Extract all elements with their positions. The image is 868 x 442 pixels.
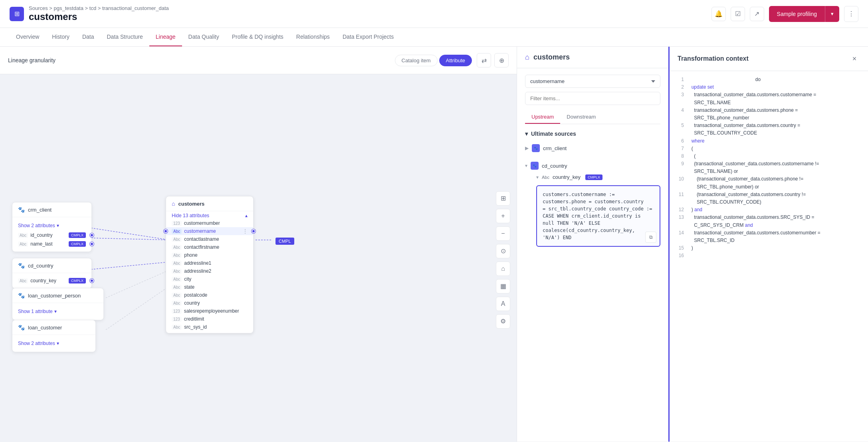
filter-items-input[interactable] [525, 92, 660, 105]
zoom-in-button[interactable]: + [496, 209, 510, 223]
loan-customer-show-attrs[interactable]: Show 2 attributes ▾ [12, 338, 95, 349]
code-line-12: 12 ) and [674, 206, 863, 214]
expand-icon-button[interactable]: ⊕ [494, 53, 509, 67]
checkbox-button[interactable]: ☑ [731, 7, 745, 21]
source-crm-client-item[interactable]: ▶ 🐾 crm_client [525, 142, 660, 155]
line-number: 12 [674, 206, 684, 214]
detail-panel: ⌂ customers customername Upstream Downst… [517, 47, 668, 442]
detail-panel-body: customername Upstream Downstream ▾ Ultim… [517, 68, 668, 442]
show-attrs-label: Show 1 attribute [18, 309, 53, 314]
crm-client-source-label: crm_client [543, 145, 567, 151]
abc-type-badge: Abc [542, 175, 549, 180]
breadcrumb: Sources > pgs_testdata > tcd > transacti… [29, 5, 169, 11]
sample-profiling-button[interactable]: Sample profiling [769, 6, 825, 22]
loan-customer-header: 🐾 loan_customer [12, 320, 95, 335]
zoom-fit-button[interactable]: ⊙ [496, 244, 510, 258]
type-badge: 123 [172, 309, 182, 314]
tab-data-export[interactable]: Data Export Projects [336, 28, 400, 46]
code-line-3: 3 transactional_customer_data.customers.… [674, 91, 863, 99]
ultimate-sources-title: ▾ Ultimate sources [525, 131, 660, 137]
crm-client-header: 🐾 crm_client [12, 202, 91, 217]
copy-transformation-button[interactable]: ⧉ [645, 232, 656, 243]
code-line-9b: SRC_TBL.NAME) or [674, 168, 863, 175]
source-cd-country-item[interactable]: ▾ 🐾 cd_country [525, 159, 660, 172]
loan-customer-person-header: 🐾 loan_customer_person [12, 288, 103, 303]
chevron-down-icon: ▾ [57, 341, 59, 346]
table-view-button[interactable]: ▦ [496, 279, 510, 293]
collapse-icon[interactable]: ▾ [525, 131, 528, 137]
layout-icon-button[interactable]: ⇄ [477, 53, 491, 67]
lineage-icons: ⇄ ⊕ [477, 53, 509, 67]
tab-lineage[interactable]: Lineage [149, 28, 182, 46]
cd-country-attr-country_key: Abc country_key CMPLX [12, 276, 91, 285]
sample-profiling-dropdown-button[interactable]: ▾ [825, 6, 839, 22]
country-key-label: country_key [553, 174, 581, 180]
chevron-down-icon: ▾ [536, 174, 539, 180]
code-content: transactional_customer_data.customers.cu… [689, 91, 816, 99]
code-content: do [689, 76, 761, 83]
loan-person-show-attrs[interactable]: Show 1 attribute ▾ [12, 306, 103, 317]
attribute-button[interactable]: Attribute [439, 55, 472, 66]
country-key-sub-item[interactable]: ▾ Abc country_key CMPLX [536, 172, 660, 182]
line-number: 16 [674, 252, 684, 260]
tab-history[interactable]: History [46, 28, 76, 46]
lineage-panel: Lineage granularity Catalog item Attribu… [0, 47, 517, 442]
loan-person-icon: 🐾 [18, 292, 25, 299]
attribute-select[interactable]: customername [525, 75, 660, 88]
zoom-out-button[interactable]: − [496, 226, 510, 241]
tab-data[interactable]: Data [76, 28, 101, 46]
close-transform-panel-button[interactable]: × [849, 53, 860, 64]
code-line-10b: SRC_TBL.phone_number) or [674, 183, 863, 191]
cd-country-sub: ▾ Abc country_key CMPLX customers.custom… [525, 172, 660, 247]
code-line-7: 7 ( [674, 145, 863, 153]
sources-section: ▾ Ultimate sources ▶ 🐾 crm_client ▾ 🐾 [525, 131, 660, 247]
hide-attrs-label: Hide 13 attributes [172, 213, 209, 218]
share-button[interactable]: ↗ [750, 7, 764, 21]
type-badge: Abc [172, 245, 182, 250]
three-dot-icon[interactable]: ⋮ [243, 228, 248, 234]
loan-customer-person-body: Show 1 attribute ▾ [12, 303, 103, 320]
code-line-13: 13 transactional_customer_data.customers… [674, 214, 863, 221]
notification-bell-button[interactable]: 🔔 [711, 7, 726, 21]
lineage-header: Lineage granularity Catalog item Attribu… [0, 47, 517, 74]
cd-country-icon: 🐾 [18, 262, 25, 269]
catalog-item-button[interactable]: Catalog item [395, 55, 438, 66]
more-options-button[interactable]: ⋮ [844, 6, 858, 22]
hide-attrs-button[interactable]: Hide 13 attributes ▴ [166, 211, 253, 219]
home-view-button[interactable]: ⌂ [496, 262, 510, 276]
tab-profile-dq[interactable]: Profile & DQ insights [226, 28, 290, 46]
lineage-header-right: Catalog item Attribute ⇄ ⊕ [395, 53, 509, 67]
chevron-down-icon: ▾ [54, 309, 57, 314]
chevron-right-icon: ▶ [525, 145, 529, 151]
tab-upstream[interactable]: Upstream [525, 111, 560, 124]
tab-relationships[interactable]: Relationships [290, 28, 336, 46]
attr-name: creditlimit [184, 316, 204, 322]
attr-customernumber: 123 customernumber [166, 219, 253, 227]
code-line-3b: SRC_TBL.NAME [674, 99, 863, 107]
cd-country-title: cd_country [28, 263, 54, 269]
type-badge: Abc [172, 301, 182, 306]
source-cd-country: ▾ 🐾 cd_country ▾ Abc country_key CMPLX c… [525, 159, 660, 247]
ultimate-sources-label: Ultimate sources [531, 131, 576, 137]
tab-downstream[interactable]: Downstream [560, 111, 602, 124]
crm-client-show-attrs[interactable]: Show 2 attributes ▾ [12, 220, 91, 231]
type-badge: Abc [172, 269, 182, 274]
tab-data-quality[interactable]: Data Quality [182, 28, 226, 46]
code-line-16: 16 [674, 252, 863, 260]
type-badge: Abc [172, 261, 182, 266]
tab-overview[interactable]: Overview [10, 28, 46, 46]
settings-button[interactable]: ⚙ [496, 314, 510, 329]
tab-data-structure[interactable]: Data Structure [101, 28, 149, 46]
page-title: customers [29, 11, 169, 22]
line-number: 5 [674, 122, 684, 129]
crm-client-attr-name_last: Abc name_last CMPLX [12, 240, 91, 248]
line-number [674, 114, 684, 122]
detail-tabs: Upstream Downstream [525, 111, 660, 124]
code-line-4b: SRC_TBL.phone_number [674, 114, 863, 122]
text-view-button[interactable]: A [496, 297, 510, 311]
code-content: ) [689, 244, 693, 252]
grid-layout-button[interactable]: ⊞ [496, 191, 510, 206]
code-content: ) and [689, 206, 702, 214]
code-content: SRC_TBL.SRC_ID [689, 237, 735, 244]
attr-customername[interactable]: Abc customername ⋮ [166, 227, 253, 235]
